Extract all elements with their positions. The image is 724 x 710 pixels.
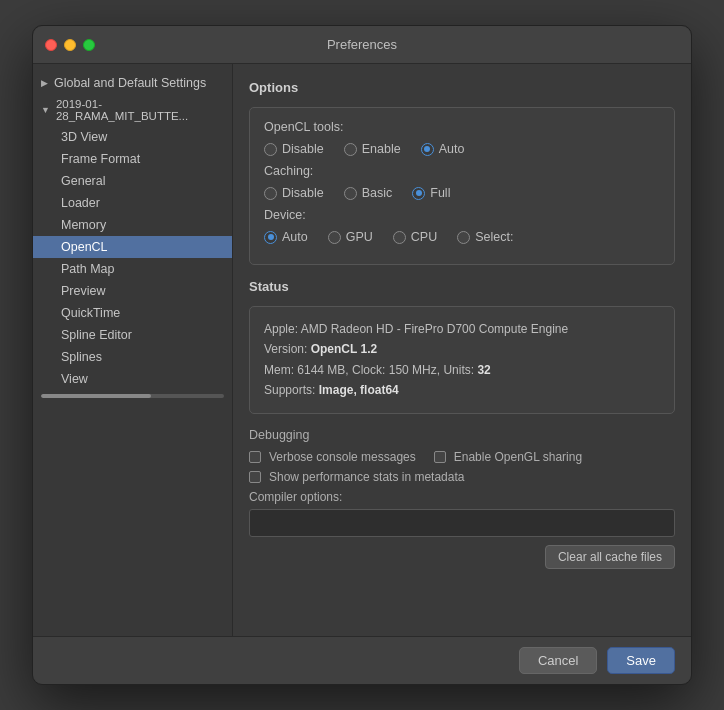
sidebar-item-label: Global and Default Settings	[54, 76, 206, 90]
sidebar-item-label: Path Map	[61, 262, 115, 276]
sidebar-item-label: General	[61, 174, 105, 188]
perf-checkbox[interactable]	[249, 471, 261, 483]
sidebar-item-splines[interactable]: Splines	[33, 346, 232, 368]
caching-basic-radio[interactable]	[344, 187, 357, 200]
caching-disable-option[interactable]: Disable	[264, 186, 324, 200]
footer: Cancel Save	[33, 636, 691, 684]
cancel-button[interactable]: Cancel	[519, 647, 597, 674]
compiler-options-label: Compiler options:	[249, 490, 675, 504]
device-cpu-option[interactable]: CPU	[393, 230, 437, 244]
sidebar-item-label: View	[61, 372, 88, 386]
opencl-tools-label: OpenCL tools:	[264, 120, 660, 134]
caching-full-option[interactable]: Full	[412, 186, 450, 200]
sidebar-item-quicktime[interactable]: QuickTime	[33, 302, 232, 324]
sidebar-item-3dview[interactable]: 3D View	[33, 126, 232, 148]
device-select-option[interactable]: Select:	[457, 230, 513, 244]
sidebar-item-project[interactable]: ▼ 2019-01-28_RAMA_MIT_BUTTE...	[33, 94, 232, 126]
opengl-checkbox[interactable]	[434, 451, 446, 463]
sidebar-item-global[interactable]: ▶ Global and Default Settings	[33, 72, 232, 94]
verbose-row[interactable]: Verbose console messages Enable OpenGL s…	[249, 450, 675, 464]
opencl-disable-radio[interactable]	[264, 143, 277, 156]
triangle-icon: ▼	[41, 105, 50, 115]
opencl-disable-option[interactable]: Disable	[264, 142, 324, 156]
compiler-input[interactable]	[249, 509, 675, 537]
status-box: Apple: AMD Radeon HD - FirePro D700 Comp…	[249, 306, 675, 414]
sidebar-item-pathmap[interactable]: Path Map	[33, 258, 232, 280]
sidebar-item-label: Memory	[61, 218, 106, 232]
status-version-value: OpenCL 1.2	[311, 342, 377, 356]
sidebar: ▶ Global and Default Settings ▼ 2019-01-…	[33, 64, 233, 636]
device-auto-label: Auto	[282, 230, 308, 244]
device-gpu-option[interactable]: GPU	[328, 230, 373, 244]
opencl-auto-radio[interactable]	[421, 143, 434, 156]
cache-row: Clear all cache files	[249, 545, 675, 569]
main-panel: Options OpenCL tools: Disable Enable	[233, 64, 691, 636]
options-section-title: Options	[249, 80, 675, 95]
perf-label: Show performance stats in metadata	[269, 470, 464, 484]
sidebar-item-memory[interactable]: Memory	[33, 214, 232, 236]
sidebar-item-label: Frame Format	[61, 152, 140, 166]
sidebar-item-label: Splines	[61, 350, 102, 364]
device-gpu-label: GPU	[346, 230, 373, 244]
verbose-checkbox[interactable]	[249, 451, 261, 463]
device-label: Device:	[264, 208, 660, 222]
sidebar-item-view[interactable]: View	[33, 368, 232, 390]
caching-disable-radio[interactable]	[264, 187, 277, 200]
sidebar-scrollbar[interactable]	[41, 394, 224, 398]
caching-label: Caching:	[264, 164, 660, 178]
caching-full-label: Full	[430, 186, 450, 200]
sidebar-item-splineeditor[interactable]: Spline Editor	[33, 324, 232, 346]
caching-disable-label: Disable	[282, 186, 324, 200]
caching-full-radio[interactable]	[412, 187, 425, 200]
sidebar-item-frameformat[interactable]: Frame Format	[33, 148, 232, 170]
opengl-label: Enable OpenGL sharing	[454, 450, 582, 464]
status-section-title: Status	[249, 279, 675, 294]
opencl-tools-row: Disable Enable Auto	[264, 142, 660, 156]
opencl-auto-label: Auto	[439, 142, 465, 156]
caching-basic-label: Basic	[362, 186, 393, 200]
device-cpu-radio[interactable]	[393, 231, 406, 244]
status-mem-prefix: Mem: 6144 MB, Clock: 150 MHz, Units:	[264, 363, 477, 377]
sidebar-item-label: 3D View	[61, 130, 107, 144]
opencl-enable-option[interactable]: Enable	[344, 142, 401, 156]
status-version-prefix: Version:	[264, 342, 311, 356]
status-line3: Mem: 6144 MB, Clock: 150 MHz, Units: 32	[264, 360, 660, 380]
status-line2: Version: OpenCL 1.2	[264, 339, 660, 359]
status-line1: Apple: AMD Radeon HD - FirePro D700 Comp…	[264, 319, 660, 339]
device-select-label: Select:	[475, 230, 513, 244]
perf-row[interactable]: Show performance stats in metadata	[249, 470, 675, 484]
sidebar-item-opencl[interactable]: OpenCL	[33, 236, 232, 258]
content-area: ▶ Global and Default Settings ▼ 2019-01-…	[33, 64, 691, 636]
device-auto-radio[interactable]	[264, 231, 277, 244]
window-title: Preferences	[327, 37, 397, 52]
sidebar-item-label: Loader	[61, 196, 100, 210]
preferences-window: Preferences ▶ Global and Default Setting…	[32, 25, 692, 685]
status-content: Apple: AMD Radeon HD - FirePro D700 Comp…	[264, 319, 660, 401]
caching-basic-option[interactable]: Basic	[344, 186, 393, 200]
sidebar-item-loader[interactable]: Loader	[33, 192, 232, 214]
opencl-enable-label: Enable	[362, 142, 401, 156]
triangle-icon: ▶	[41, 78, 48, 88]
sidebar-item-preview[interactable]: Preview	[33, 280, 232, 302]
clear-cache-button[interactable]: Clear all cache files	[545, 545, 675, 569]
titlebar: Preferences	[33, 26, 691, 64]
opencl-disable-label: Disable	[282, 142, 324, 156]
status-mem-value: 32	[477, 363, 490, 377]
zoom-button[interactable]	[83, 39, 95, 51]
device-select-radio[interactable]	[457, 231, 470, 244]
minimize-button[interactable]	[64, 39, 76, 51]
close-button[interactable]	[45, 39, 57, 51]
debugging-section: Debugging Verbose console messages Enabl…	[249, 428, 675, 569]
sidebar-item-label: Preview	[61, 284, 105, 298]
device-cpu-label: CPU	[411, 230, 437, 244]
opencl-enable-radio[interactable]	[344, 143, 357, 156]
device-gpu-radio[interactable]	[328, 231, 341, 244]
sidebar-item-label: Spline Editor	[61, 328, 132, 342]
status-supports-prefix: Supports:	[264, 383, 319, 397]
device-auto-option[interactable]: Auto	[264, 230, 308, 244]
sidebar-item-label: 2019-01-28_RAMA_MIT_BUTTE...	[56, 98, 220, 122]
debugging-label: Debugging	[249, 428, 675, 442]
save-button[interactable]: Save	[607, 647, 675, 674]
sidebar-item-general[interactable]: General	[33, 170, 232, 192]
opencl-auto-option[interactable]: Auto	[421, 142, 465, 156]
